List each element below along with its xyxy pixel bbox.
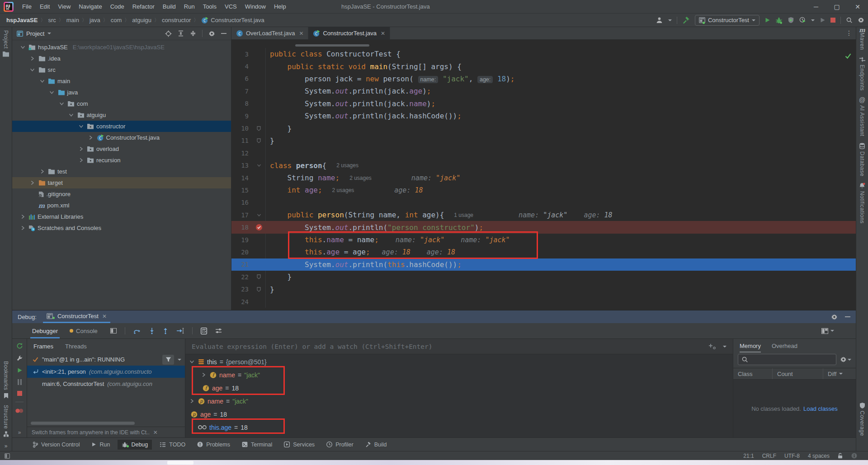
tree-item-constructor[interactable]: constructor bbox=[12, 121, 231, 132]
stripe-tab-database[interactable]: Database bbox=[859, 140, 866, 179]
editor-tab-constructortest-java[interactable]: CConstructorTest.java✕ bbox=[308, 27, 390, 39]
tree-chevron-icon[interactable] bbox=[29, 56, 36, 61]
profiler-dropdown-icon[interactable] bbox=[811, 19, 815, 21]
breadcrumb-item-constructortest-java[interactable]: ConstructorTest.java bbox=[211, 17, 264, 23]
run-button[interactable] bbox=[764, 17, 770, 23]
code-line-7[interactable]: 7 System.out.println(jack.age); bbox=[231, 85, 856, 97]
toolwindow-button-problems[interactable]: Problems bbox=[193, 440, 234, 450]
variable-row-age[interactable]: fage=18 bbox=[185, 381, 733, 395]
maximize-button[interactable]: ▢ bbox=[826, 0, 847, 14]
code-line-4[interactable]: 4 public static void main(String[] args)… bbox=[231, 60, 856, 72]
variable-row-this-age[interactable]: this.age=18 bbox=[185, 421, 733, 434]
evaluate-expression-icon[interactable] bbox=[201, 328, 207, 334]
stripe-tab-ai-assistant[interactable]: @AI Assistant bbox=[859, 94, 866, 140]
stripe-tab-structure[interactable]: Structure bbox=[3, 402, 9, 440]
search-everywhere-icon[interactable] bbox=[846, 17, 853, 23]
chevron-down-icon[interactable] bbox=[830, 330, 834, 332]
code-line-15[interactable]: 15 int age;2 usagesage: 18 bbox=[231, 184, 856, 196]
profiler-button[interactable] bbox=[799, 17, 806, 23]
tab-overhead[interactable]: Overhead bbox=[772, 339, 797, 352]
status-item-4-spaces[interactable]: 4 spaces bbox=[808, 453, 830, 459]
tree-item-test[interactable]: test bbox=[12, 166, 231, 177]
usages-hint[interactable]: 2 usages bbox=[336, 162, 359, 169]
stripe-tab-endpoints[interactable]: Endpoints bbox=[859, 53, 866, 94]
debug-settings-wrench-icon[interactable] bbox=[16, 355, 23, 362]
step-into-icon[interactable] bbox=[149, 328, 155, 334]
collapse-all-icon[interactable] bbox=[190, 30, 196, 37]
close-icon[interactable]: ✕ bbox=[102, 313, 107, 319]
tree-chevron-icon[interactable] bbox=[19, 214, 26, 219]
tab-memory[interactable]: Memory bbox=[740, 339, 761, 352]
close-icon[interactable]: ✕ bbox=[153, 429, 158, 436]
memory-search-input[interactable] bbox=[738, 354, 836, 365]
tree-item-target[interactable]: target bbox=[12, 177, 231, 188]
code-area[interactable]: 3public class ConstructorTest {4 public … bbox=[231, 40, 856, 310]
tree-chevron-icon[interactable] bbox=[19, 45, 26, 50]
tree-chevron-icon[interactable] bbox=[38, 169, 46, 174]
menu-view[interactable]: View bbox=[54, 3, 75, 10]
breakpoint-icon[interactable] bbox=[252, 221, 266, 233]
toolwindow-button-build[interactable]: Build bbox=[361, 440, 391, 450]
breadcrumb-item-main[interactable]: main bbox=[66, 17, 79, 23]
stripe-tab-coverage[interactable]: Coverage bbox=[859, 399, 865, 439]
menu-navigate[interactable]: Navigate bbox=[75, 3, 106, 10]
frame-row[interactable]: main:6, ConstructorTest (com.atguigu.con bbox=[27, 378, 185, 390]
tree-chevron-icon[interactable] bbox=[87, 135, 94, 140]
code-line-22[interactable]: 22 } bbox=[231, 271, 856, 283]
code-line-10[interactable]: 10 } bbox=[231, 122, 856, 134]
code-line-17[interactable]: 17 public person(String name, int age){1… bbox=[231, 209, 856, 221]
project-options-icon[interactable] bbox=[208, 30, 215, 37]
breadcrumb-item-java[interactable]: java bbox=[90, 17, 100, 23]
menu-help[interactable]: Help bbox=[270, 3, 290, 10]
stripe-tab-bookmarks[interactable]: Bookmarks bbox=[3, 358, 9, 402]
horizontal-scrollbar[interactable] bbox=[31, 422, 135, 425]
close-icon[interactable]: ✕ bbox=[299, 30, 303, 37]
tab-frames[interactable]: Frames bbox=[33, 343, 53, 350]
restore-layout-icon[interactable] bbox=[821, 328, 828, 334]
toolwindow-button-profiler[interactable]: Profiler bbox=[322, 440, 358, 450]
menu-window[interactable]: Window bbox=[241, 3, 270, 10]
tree-chevron-icon[interactable] bbox=[29, 180, 36, 185]
user-icon[interactable] bbox=[656, 17, 663, 23]
tree-chevron-icon[interactable] bbox=[77, 146, 85, 151]
chevron-down-icon[interactable] bbox=[723, 346, 726, 348]
column-diff[interactable]: Diff bbox=[823, 368, 856, 379]
usages-hint[interactable]: 2 usages bbox=[332, 187, 354, 193]
stripe-more-icon[interactable]: » bbox=[5, 443, 8, 449]
tree-item-constructortest-java[interactable]: CConstructorTest.java bbox=[12, 132, 231, 143]
usages-hint[interactable]: 1 usage bbox=[454, 212, 473, 218]
breadcrumb-item-hspjavase[interactable]: hspJavaSE bbox=[6, 17, 38, 23]
layout-options-icon[interactable] bbox=[110, 328, 117, 333]
menu-refactor[interactable]: Refactor bbox=[128, 3, 159, 10]
toolwindow-button-version-control[interactable]: Version Control bbox=[28, 440, 84, 450]
memory-settings-icon[interactable] bbox=[840, 356, 847, 363]
variable-chevron-icon[interactable] bbox=[188, 399, 195, 404]
tab-console[interactable]: Console bbox=[68, 323, 99, 338]
menu-vcs[interactable]: VCS bbox=[221, 3, 241, 10]
run-to-cursor-icon[interactable] bbox=[176, 328, 184, 334]
breadcrumb-item-com[interactable]: com bbox=[111, 17, 122, 23]
menu-file[interactable]: File bbox=[18, 3, 36, 10]
editor-tab-overloadtest-java[interactable]: COverLoadTest.java✕ bbox=[231, 27, 308, 39]
tree-chevron-icon[interactable] bbox=[77, 124, 85, 129]
tree-chevron-icon[interactable] bbox=[68, 113, 75, 117]
thread-selector[interactable]: "main"@1 in g...ain": RUNNING bbox=[27, 353, 185, 366]
stripe-tab-maven[interactable]: mMaven bbox=[859, 27, 866, 53]
code-line-19[interactable]: 19 this.name = name;name: "jack"name: "j… bbox=[231, 234, 856, 246]
stripe-tab-project[interactable]: Project bbox=[2, 27, 9, 60]
close-button[interactable]: ✕ bbox=[847, 0, 868, 14]
code-line-16[interactable]: 16 bbox=[231, 197, 856, 209]
variable-chevron-icon[interactable] bbox=[188, 359, 195, 364]
variable-row-age[interactable]: page=18 bbox=[185, 408, 733, 421]
view-breakpoints-icon[interactable] bbox=[15, 408, 24, 413]
load-classes-link[interactable]: Load classes bbox=[803, 405, 838, 412]
code-line-21[interactable]: 21 System.out.println(this.hashCode()); bbox=[231, 258, 856, 271]
code-line-14[interactable]: 14 String name;2 usagesname: "jack" bbox=[231, 172, 856, 184]
column-class[interactable]: Class bbox=[733, 368, 772, 379]
lock-icon[interactable] bbox=[838, 453, 843, 459]
status-item-utf-8[interactable]: UTF-8 bbox=[784, 453, 800, 459]
settings-gear-icon[interactable] bbox=[858, 17, 864, 23]
close-icon[interactable]: ✕ bbox=[381, 30, 385, 37]
toolwindow-button-debug[interactable]: Debug bbox=[118, 440, 152, 450]
toolwindow-button-todo[interactable]: TODO bbox=[156, 440, 189, 450]
